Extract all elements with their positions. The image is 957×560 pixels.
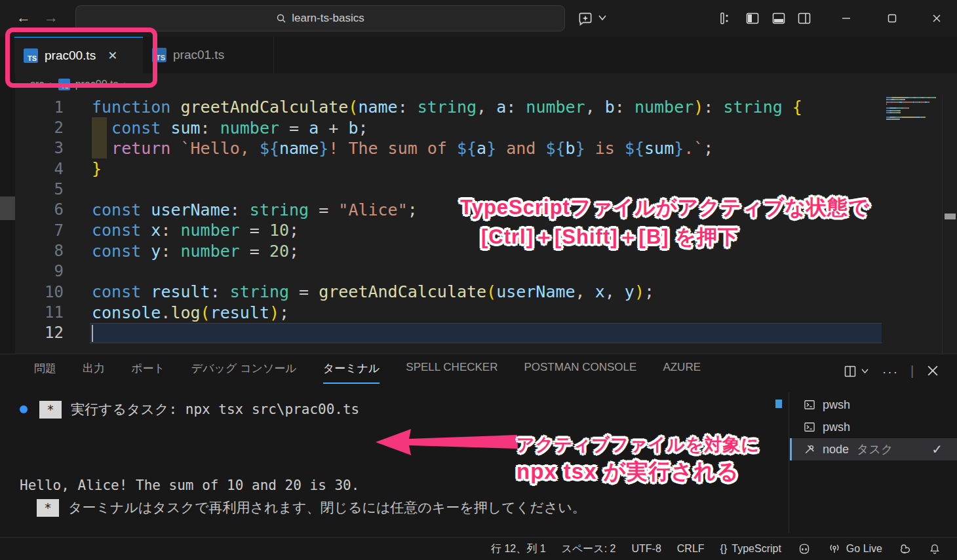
- code-line-4[interactable]: 4}: [0, 159, 882, 179]
- panel-tab-問題[interactable]: 問題: [34, 361, 56, 384]
- panel-close-icon[interactable]: [926, 364, 940, 378]
- panel-divider: |: [910, 364, 914, 379]
- terminal-icon: [803, 420, 816, 434]
- bottom-panel: 問題出力ポートデバッグ コンソールターミナルSPELL CHECKERPOSTM…: [0, 354, 957, 538]
- terminal-icon: [803, 398, 816, 411]
- status-label: スペース: 2: [562, 542, 616, 556]
- terminal-item-label: pwsh: [823, 398, 850, 412]
- code-line-2[interactable]: 2 const sum: number = a + b;: [0, 117, 882, 138]
- status-cursor-position[interactable]: 行 12、列 1: [483, 538, 554, 560]
- editor-left-strip: [0, 73, 15, 354]
- bell-icon: [928, 542, 941, 555]
- search-icon: [276, 13, 286, 24]
- chevron-down-icon[interactable]: [598, 14, 607, 21]
- panel-tab-デバッグ-コンソール[interactable]: デバッグ コンソール: [191, 361, 297, 384]
- code-line-1[interactable]: 1function greetAndCalculate(name: string…: [0, 97, 882, 117]
- code-text: const x: number = 10;: [92, 221, 299, 240]
- squirrel-icon: [898, 542, 912, 556]
- forward-button[interactable]: →: [42, 9, 60, 26]
- toggle-panel-icon[interactable]: [771, 10, 787, 26]
- annotation-arrow: [370, 425, 521, 459]
- current-line-highlight: [90, 323, 882, 343]
- panel-more-icon[interactable]: ···: [882, 365, 899, 379]
- status-eol[interactable]: CRLF: [669, 538, 713, 560]
- code-text: const userName: string = "Alice";: [92, 200, 418, 219]
- code-text: const result: string = greetAndCalculate…: [92, 282, 654, 301]
- status-label: CRLF: [677, 543, 705, 555]
- toggle-sidebar-right-icon[interactable]: [796, 10, 812, 26]
- status-indentation[interactable]: スペース: 2: [554, 538, 624, 560]
- panel-tab-出力[interactable]: 出力: [83, 361, 105, 384]
- scrollbar-thumb[interactable]: [945, 214, 956, 219]
- annotation-build-shortcut: TypeScriptファイルがアクティブな状態で [Ctrl]＋[Shift]＋…: [460, 195, 870, 250]
- terminal-reuse-line: * ターミナルはタスクで再利用されます、閉じるには任意のキーを押してください。: [20, 498, 586, 517]
- close-window-button[interactable]: [926, 8, 948, 29]
- code-editor[interactable]: 1function greetAndCalculate(name: string…: [0, 95, 957, 354]
- tab-label: prac01.ts: [173, 48, 224, 62]
- terminal-item-pwsh-1[interactable]: pwsh: [790, 416, 957, 438]
- status-notifications[interactable]: [920, 538, 949, 560]
- editor-scrollbar[interactable]: [942, 95, 957, 354]
- code-text: return `Hello, ${name}! The sum of ${a} …: [92, 139, 713, 158]
- terminal-sidebar-separator: [789, 392, 789, 533]
- terminal-item-suffix: タスク: [857, 441, 893, 457]
- annotation-npx-tsx: アクティブファイルを対象に npx tsx が実行される: [517, 434, 760, 485]
- braces-icon: {}: [720, 543, 728, 555]
- maximize-button[interactable]: [881, 8, 903, 29]
- chevron-down-icon[interactable]: [861, 368, 869, 374]
- status-label: TypeScript: [732, 543, 781, 555]
- status-squirrel[interactable]: [890, 538, 920, 560]
- status-bar: 行 12、列 1スペース: 2UTF-8CRLF{}TypeScriptGo L…: [0, 537, 957, 560]
- annotation-tab-highlight-box: [5, 28, 157, 88]
- terminal-item-label: node: [823, 443, 849, 457]
- tools-icon: [803, 443, 816, 456]
- code-line-12[interactable]: 12: [0, 323, 882, 343]
- terminal-task-line: * 実行するタスク: npx tsx src\prac00.ts: [20, 400, 359, 419]
- status-language[interactable]: {}TypeScript: [713, 538, 789, 560]
- panel-tab-spell-checker[interactable]: SPELL CHECKER: [406, 361, 498, 384]
- status-label: 行 12、列 1: [491, 542, 546, 556]
- panel-tab-ターミナル[interactable]: ターミナル: [323, 361, 380, 384]
- toggle-sidebar-left-icon[interactable]: [745, 10, 760, 26]
- back-button[interactable]: ←: [14, 9, 33, 26]
- code-text: }: [92, 159, 102, 178]
- status-encoding[interactable]: UTF-8: [623, 538, 669, 560]
- copilot-icon: [797, 542, 811, 556]
- status-go-live[interactable]: Go Live: [819, 538, 890, 560]
- code-text: function greetAndCalculate(name: string,…: [92, 98, 802, 117]
- split-terminal-icon[interactable]: [842, 364, 858, 379]
- text-cursor: [92, 325, 93, 342]
- terminal-result-line: Hello, Alice! The sum of 10 and 20 is 30…: [20, 477, 359, 493]
- customize-layout-icon[interactable]: [716, 10, 732, 26]
- code-text: const sum: number = a + b;: [92, 119, 368, 138]
- search-text: learn-ts-basics: [292, 12, 364, 25]
- broadcast-icon: [827, 542, 842, 556]
- status-label: UTF-8: [631, 543, 661, 555]
- sidebar-drag-handle[interactable]: [0, 196, 15, 220]
- check-icon: ✓: [931, 441, 943, 457]
- panel-tab-azure[interactable]: AZURE: [663, 361, 701, 384]
- terminal-item-node-2[interactable]: nodeタスク✓: [790, 438, 957, 460]
- status-label: Go Live: [846, 543, 882, 555]
- panel-tab-ポート[interactable]: ポート: [131, 361, 165, 384]
- panel-tab-postman-console[interactable]: POSTMAN CONSOLE: [524, 361, 636, 384]
- minimap[interactable]: [886, 97, 941, 218]
- code-text: console.log(result);: [92, 303, 289, 322]
- terminal-scroll-marker: [775, 400, 782, 408]
- terminal-item-pwsh-0[interactable]: pwsh: [790, 394, 957, 416]
- terminal-list[interactable]: pwshpwshnodeタスク✓: [790, 394, 957, 460]
- code-text: const y: number = 20;: [92, 242, 299, 261]
- minimize-button[interactable]: [835, 8, 857, 29]
- panel-tab-bar[interactable]: 問題出力ポートデバッグ コンソールターミナルSPELL CHECKERPOSTM…: [34, 361, 701, 384]
- code-line-3[interactable]: 3 return `Hello, ${name}! The sum of ${a…: [0, 138, 882, 159]
- code-line-11[interactable]: 11console.log(result);: [0, 302, 882, 322]
- tab-prac01[interactable]: TS prac01.ts: [143, 37, 274, 73]
- code-line-9[interactable]: 9: [0, 261, 882, 282]
- status-copilot[interactable]: [789, 538, 819, 560]
- task-badge: *: [39, 401, 62, 419]
- terminal-decoration-dot: [20, 405, 28, 413]
- copilot-chat-icon[interactable]: [577, 10, 594, 28]
- terminal-item-label: pwsh: [823, 420, 850, 434]
- task-badge: *: [37, 499, 59, 517]
- code-line-10[interactable]: 10const result: string = greetAndCalcula…: [0, 282, 882, 302]
